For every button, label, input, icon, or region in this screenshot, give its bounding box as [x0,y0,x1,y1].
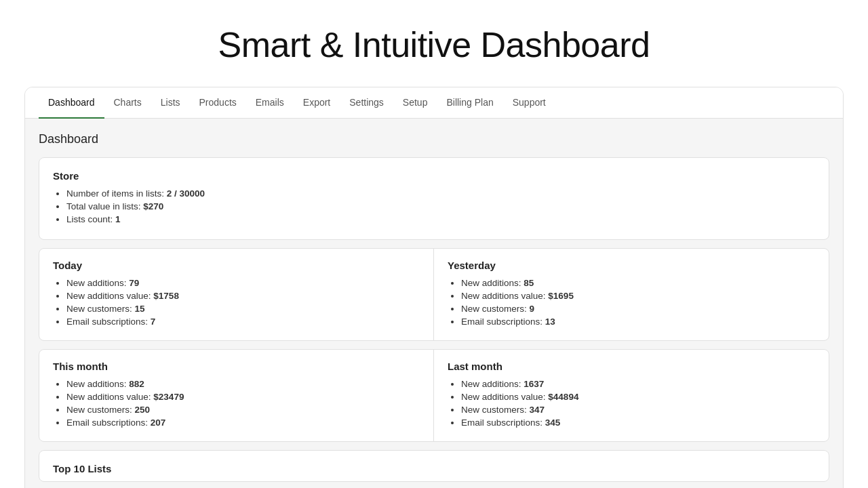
yesterday-additions-value: New additions value: $1695 [461,291,815,301]
today-list: New additions: 79 New additions value: $… [53,278,420,327]
yesterday-list: New additions: 85 New additions value: $… [448,278,815,327]
nav-bar: Dashboard Charts Lists Products Emails E… [25,87,843,119]
store-items-label: Number of items in lists: [66,188,164,199]
month-grid: This month New additions: 882 New additi… [39,350,829,441]
yesterday-new-additions: New additions: 85 [461,278,815,288]
this-month-additions-value: New additions value: $23479 [66,392,420,402]
store-card: Store Number of items in lists: 2 / 3000… [39,157,829,240]
dashboard-heading: Dashboard [39,132,829,146]
month-card: This month New additions: 882 New additi… [39,349,829,442]
store-lists-value: 1 [115,214,121,224]
this-month-section: This month New additions: 882 New additi… [39,350,434,441]
store-lists-count: Lists count: 1 [66,214,815,224]
today-new-additions: New additions: 79 [66,278,420,288]
store-list: Number of items in lists: 2 / 30000 Tota… [53,188,815,224]
yesterday-new-customers: New customers: 9 [461,304,815,314]
nav-item-settings[interactable]: Settings [340,87,393,119]
today-yesterday-grid: Today New additions: 79 New additions va… [39,249,829,340]
this-month-list: New additions: 882 New additions value: … [53,379,420,428]
store-value: Total value in lists: $270 [66,201,815,211]
top10-card: Top 10 Lists [39,450,829,482]
nav-item-emails[interactable]: Emails [246,87,294,119]
last-month-email-subs: Email subscriptions: 345 [461,418,815,428]
nav-item-support[interactable]: Support [503,87,555,119]
nav-item-lists[interactable]: Lists [151,87,190,119]
this-month-email-subs: Email subscriptions: 207 [66,418,420,428]
store-items-value-text: 2 / 30000 [167,188,205,199]
nav-item-charts[interactable]: Charts [104,87,151,119]
last-month-title: Last month [448,361,815,372]
yesterday-title: Yesterday [448,260,815,271]
this-month-new-customers: New customers: 250 [66,405,420,415]
today-title: Today [53,260,420,271]
store-title: Store [53,170,815,182]
nav-item-setup[interactable]: Setup [393,87,437,119]
nav-item-export[interactable]: Export [294,87,340,119]
today-new-customers: New customers: 15 [66,304,420,314]
store-lists-label: Lists count: [66,214,113,224]
top10-title: Top 10 Lists [53,463,815,474]
today-section: Today New additions: 79 New additions va… [39,249,434,340]
main-content: Dashboard Store Number of items in lists… [25,119,843,488]
last-month-section: Last month New additions: 1637 New addit… [434,350,829,441]
store-value-label: Total value in lists: [66,201,141,211]
last-month-additions-value: New additions value: $44894 [461,392,815,402]
yesterday-email-subs: Email subscriptions: 13 [461,317,815,327]
yesterday-section: Yesterday New additions: 85 New addition… [434,249,829,340]
nav-item-products[interactable]: Products [190,87,246,119]
nav-item-dashboard[interactable]: Dashboard [39,87,104,119]
this-month-new-additions: New additions: 882 [66,379,420,389]
last-month-new-customers: New customers: 347 [461,405,815,415]
today-additions-value: New additions value: $1758 [66,291,420,301]
today-yesterday-card: Today New additions: 79 New additions va… [39,248,829,341]
nav-item-billing[interactable]: Billing Plan [437,87,502,119]
page-title: Smart & Intuitive Dashboard [0,0,868,87]
app-wrapper: Dashboard Charts Lists Products Emails E… [24,87,844,488]
today-email-subs: Email subscriptions: 7 [66,317,420,327]
store-items: Number of items in lists: 2 / 30000 [66,188,815,199]
last-month-list: New additions: 1637 New additions value:… [448,379,815,428]
store-value-text: $270 [143,201,163,211]
last-month-new-additions: New additions: 1637 [461,379,815,389]
this-month-title: This month [53,361,420,372]
